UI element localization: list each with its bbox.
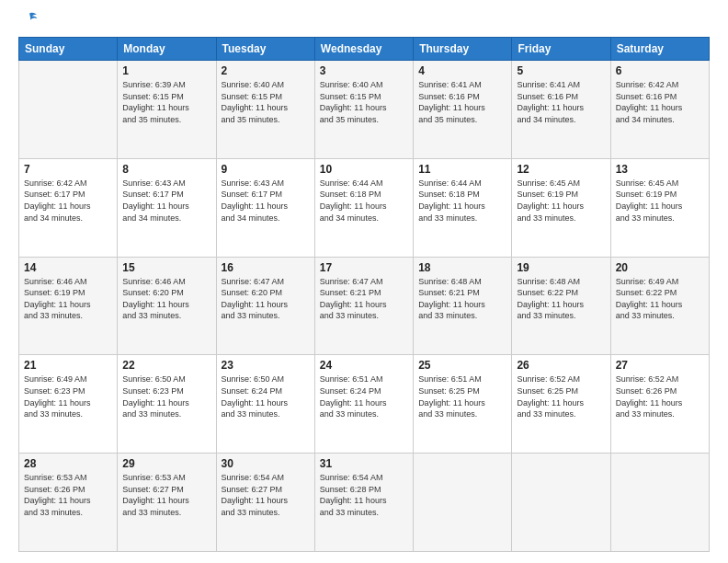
calendar-cell: 22Sunrise: 6:50 AMSunset: 6:23 PMDayligh… (118, 355, 216, 454)
calendar-cell: 7Sunrise: 6:42 AMSunset: 6:17 PMDaylight… (19, 158, 118, 257)
calendar-cell: 28Sunrise: 6:53 AMSunset: 6:26 PMDayligh… (19, 454, 118, 552)
day-info: Sunrise: 6:49 AMSunset: 6:22 PMDaylight:… (616, 276, 704, 322)
day-info: Sunrise: 6:51 AMSunset: 6:24 PMDaylight:… (320, 373, 408, 419)
calendar-cell (414, 454, 512, 552)
day-number: 19 (517, 261, 605, 274)
calendar-cell: 13Sunrise: 6:45 AMSunset: 6:19 PMDayligh… (610, 158, 709, 257)
day-number: 22 (122, 359, 210, 372)
day-number: 8 (122, 163, 210, 176)
day-number: 1 (122, 64, 210, 77)
day-number: 14 (24, 261, 112, 274)
calendar-cell: 20Sunrise: 6:49 AMSunset: 6:22 PMDayligh… (610, 257, 709, 355)
day-info: Sunrise: 6:50 AMSunset: 6:23 PMDaylight:… (122, 373, 210, 419)
day-info: Sunrise: 6:54 AMSunset: 6:27 PMDaylight:… (222, 472, 310, 518)
day-info: Sunrise: 6:53 AMSunset: 6:27 PMDaylight:… (122, 472, 210, 518)
day-info: Sunrise: 6:39 AMSunset: 6:15 PMDaylight:… (122, 79, 210, 125)
calendar-cell: 3Sunrise: 6:40 AMSunset: 6:15 PMDaylight… (314, 61, 413, 159)
day-number: 9 (222, 163, 310, 176)
calendar-cell: 27Sunrise: 6:52 AMSunset: 6:26 PMDayligh… (610, 355, 709, 454)
weekday-header-sunday: Sunday (19, 38, 118, 61)
day-info: Sunrise: 6:52 AMSunset: 6:25 PMDaylight:… (517, 373, 605, 419)
calendar-cell: 6Sunrise: 6:42 AMSunset: 6:16 PMDaylight… (610, 61, 709, 159)
day-info: Sunrise: 6:41 AMSunset: 6:16 PMDaylight:… (418, 79, 506, 125)
day-info: Sunrise: 6:46 AMSunset: 6:19 PMDaylight:… (24, 276, 112, 322)
calendar-cell: 1Sunrise: 6:39 AMSunset: 6:15 PMDaylight… (118, 61, 216, 159)
day-info: Sunrise: 6:54 AMSunset: 6:28 PMDaylight:… (320, 472, 408, 518)
day-info: Sunrise: 6:43 AMSunset: 6:17 PMDaylight:… (222, 178, 310, 224)
day-info: Sunrise: 6:42 AMSunset: 6:16 PMDaylight:… (616, 79, 704, 125)
weekday-header-row: SundayMondayTuesdayWednesdayThursdayFrid… (19, 38, 710, 61)
day-number: 15 (122, 261, 210, 274)
day-number: 3 (320, 64, 408, 77)
weekday-header-saturday: Saturday (610, 38, 709, 61)
day-number: 10 (320, 163, 408, 176)
calendar-cell: 30Sunrise: 6:54 AMSunset: 6:27 PMDayligh… (216, 454, 314, 552)
day-info: Sunrise: 6:46 AMSunset: 6:20 PMDaylight:… (122, 276, 210, 322)
day-info: Sunrise: 6:45 AMSunset: 6:19 PMDaylight:… (517, 178, 605, 224)
calendar-cell: 19Sunrise: 6:48 AMSunset: 6:22 PMDayligh… (512, 257, 610, 355)
calendar-week-2: 7Sunrise: 6:42 AMSunset: 6:17 PMDaylight… (19, 158, 710, 257)
day-number: 26 (517, 359, 605, 372)
day-number: 30 (222, 457, 310, 470)
day-number: 20 (616, 261, 704, 274)
day-number: 29 (122, 457, 210, 470)
calendar-week-1: 1Sunrise: 6:39 AMSunset: 6:15 PMDaylight… (19, 61, 710, 159)
day-number: 27 (616, 359, 704, 372)
day-number: 11 (418, 163, 506, 176)
logo (18, 18, 39, 29)
day-info: Sunrise: 6:44 AMSunset: 6:18 PMDaylight:… (320, 178, 408, 224)
logo-bird-icon (20, 11, 39, 29)
day-number: 17 (320, 261, 408, 274)
calendar-cell (610, 454, 709, 552)
calendar-week-3: 14Sunrise: 6:46 AMSunset: 6:19 PMDayligh… (19, 257, 710, 355)
calendar-cell: 2Sunrise: 6:40 AMSunset: 6:15 PMDaylight… (216, 61, 314, 159)
weekday-header-thursday: Thursday (414, 38, 512, 61)
calendar-cell: 8Sunrise: 6:43 AMSunset: 6:17 PMDaylight… (118, 158, 216, 257)
day-number: 21 (24, 359, 112, 372)
page: SundayMondayTuesdayWednesdayThursdayFrid… (0, 0, 728, 563)
calendar-cell: 10Sunrise: 6:44 AMSunset: 6:18 PMDayligh… (314, 158, 413, 257)
day-info: Sunrise: 6:48 AMSunset: 6:22 PMDaylight:… (517, 276, 605, 322)
day-info: Sunrise: 6:51 AMSunset: 6:25 PMDaylight:… (418, 373, 506, 419)
calendar-table: SundayMondayTuesdayWednesdayThursdayFrid… (18, 37, 710, 552)
calendar-cell: 9Sunrise: 6:43 AMSunset: 6:17 PMDaylight… (216, 158, 314, 257)
day-info: Sunrise: 6:47 AMSunset: 6:20 PMDaylight:… (222, 276, 310, 322)
weekday-header-wednesday: Wednesday (314, 38, 413, 61)
calendar-cell: 14Sunrise: 6:46 AMSunset: 6:19 PMDayligh… (19, 257, 118, 355)
calendar-cell: 15Sunrise: 6:46 AMSunset: 6:20 PMDayligh… (118, 257, 216, 355)
calendar-cell: 24Sunrise: 6:51 AMSunset: 6:24 PMDayligh… (314, 355, 413, 454)
calendar-cell: 23Sunrise: 6:50 AMSunset: 6:24 PMDayligh… (216, 355, 314, 454)
day-number: 23 (222, 359, 310, 372)
day-number: 4 (418, 64, 506, 77)
day-info: Sunrise: 6:53 AMSunset: 6:26 PMDaylight:… (24, 472, 112, 518)
calendar-cell: 25Sunrise: 6:51 AMSunset: 6:25 PMDayligh… (414, 355, 512, 454)
weekday-header-friday: Friday (512, 38, 610, 61)
day-number: 31 (320, 457, 408, 470)
day-number: 28 (24, 457, 112, 470)
calendar-cell: 11Sunrise: 6:44 AMSunset: 6:18 PMDayligh… (414, 158, 512, 257)
day-info: Sunrise: 6:52 AMSunset: 6:26 PMDaylight:… (616, 373, 704, 419)
day-number: 5 (517, 64, 605, 77)
calendar-cell: 31Sunrise: 6:54 AMSunset: 6:28 PMDayligh… (314, 454, 413, 552)
calendar-week-4: 21Sunrise: 6:49 AMSunset: 6:23 PMDayligh… (19, 355, 710, 454)
calendar-cell: 21Sunrise: 6:49 AMSunset: 6:23 PMDayligh… (19, 355, 118, 454)
calendar-cell (19, 61, 118, 159)
day-number: 25 (418, 359, 506, 372)
calendar-cell: 17Sunrise: 6:47 AMSunset: 6:21 PMDayligh… (314, 257, 413, 355)
day-number: 7 (24, 163, 112, 176)
weekday-header-tuesday: Tuesday (216, 38, 314, 61)
calendar-cell: 26Sunrise: 6:52 AMSunset: 6:25 PMDayligh… (512, 355, 610, 454)
calendar-cell: 18Sunrise: 6:48 AMSunset: 6:21 PMDayligh… (414, 257, 512, 355)
logo-content (18, 18, 39, 29)
calendar-cell: 16Sunrise: 6:47 AMSunset: 6:20 PMDayligh… (216, 257, 314, 355)
day-number: 24 (320, 359, 408, 372)
calendar-cell: 29Sunrise: 6:53 AMSunset: 6:27 PMDayligh… (118, 454, 216, 552)
day-number: 2 (222, 64, 310, 77)
header (18, 15, 710, 29)
day-info: Sunrise: 6:49 AMSunset: 6:23 PMDaylight:… (24, 373, 112, 419)
day-info: Sunrise: 6:48 AMSunset: 6:21 PMDaylight:… (418, 276, 506, 322)
day-number: 12 (517, 163, 605, 176)
day-info: Sunrise: 6:40 AMSunset: 6:15 PMDaylight:… (222, 79, 310, 125)
day-number: 13 (616, 163, 704, 176)
calendar-cell: 4Sunrise: 6:41 AMSunset: 6:16 PMDaylight… (414, 61, 512, 159)
